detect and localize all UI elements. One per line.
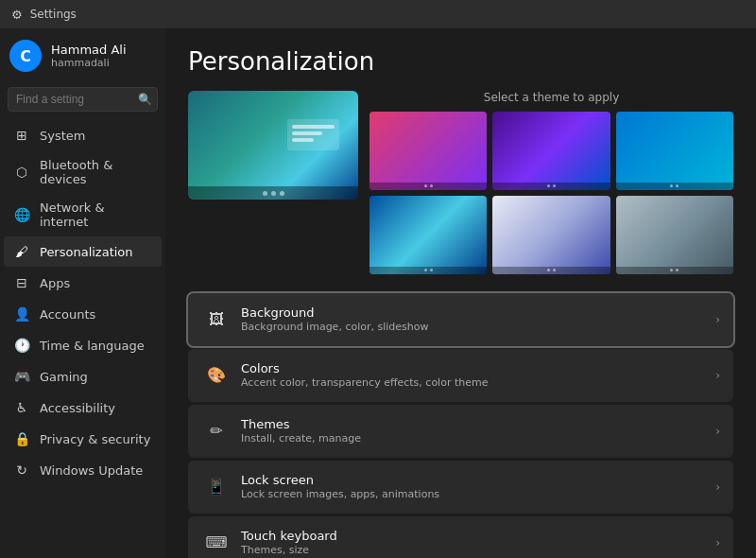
background-title: Background: [241, 305, 715, 320]
background-desc: Background image, color, slideshow: [241, 321, 715, 333]
preview-taskbar: [188, 186, 358, 200]
touchkeyboard-desc: Themes, size: [241, 544, 715, 556]
themes-desc: Install, create, manage: [241, 432, 715, 445]
colors-title: Colors: [241, 361, 715, 375]
sidebar-item-network[interactable]: 🌐 Network & internet: [4, 194, 162, 235]
settings-icon: ⚙: [11, 8, 23, 22]
touchkeyboard-title: Touch keyboard: [241, 529, 715, 543]
touchkeyboard-chevron: ›: [715, 536, 720, 549]
network-icon: 🌐: [13, 206, 30, 223]
preview-line-2: [292, 131, 322, 135]
settings-item-background[interactable]: 🖼 Background Background image, color, sl…: [188, 293, 733, 346]
preview-window: [287, 119, 339, 150]
bluetooth-icon: ⬡: [13, 164, 30, 181]
colors-desc: Accent color, transparency effects, colo…: [241, 376, 715, 389]
colors-icon: 🎨: [201, 360, 232, 391]
theme-thumb-t1[interactable]: [369, 112, 487, 190]
theme-section: Select a theme to apply: [188, 91, 733, 274]
background-icon: 🖼: [201, 305, 232, 335]
theme-thumb-t4[interactable]: [369, 196, 487, 274]
theme-grid-section: Select a theme to apply: [369, 91, 733, 274]
sidebar-item-label-gaming: Gaming: [40, 370, 88, 384]
theme-label: Select a theme to apply: [369, 91, 733, 104]
theme-grid: [369, 112, 733, 274]
lockscreen-desc: Lock screen images, apps, animations: [241, 488, 715, 500]
title-bar: ⚙ Settings: [0, 0, 756, 28]
apps-icon: ⊟: [13, 274, 30, 291]
system-icon: ⊞: [13, 127, 30, 144]
sidebar-item-update[interactable]: ↻ Windows Update: [4, 455, 162, 485]
lockscreen-text: Lock screen Lock screen images, apps, an…: [241, 473, 715, 500]
preview-line-1: [292, 125, 335, 129]
time-icon: 🕐: [13, 337, 30, 354]
settings-item-lockscreen[interactable]: 📱 Lock screen Lock screen images, apps, …: [188, 461, 733, 514]
nav-list: ⊞ System ⬡ Bluetooth & devices 🌐 Network…: [0, 119, 165, 486]
touchkeyboard-icon: ⌨: [201, 528, 232, 558]
theme-thumb-t6[interactable]: [616, 196, 733, 274]
preview-line-3: [292, 138, 314, 142]
themes-icon: ✏: [201, 416, 232, 446]
current-theme-preview: [188, 91, 358, 200]
sidebar-item-accessibility[interactable]: ♿ Accessibility: [4, 392, 162, 423]
accessibility-icon: ♿: [13, 399, 30, 416]
sidebar-item-label-privacy: Privacy & security: [40, 432, 150, 446]
title-bar-text: Settings: [30, 8, 77, 21]
settings-item-touchkeyboard[interactable]: ⌨ Touch keyboard Themes, size ›: [188, 516, 733, 558]
sidebar-item-apps[interactable]: ⊟ Apps: [4, 268, 162, 298]
sidebar-item-label-personalization: Personalization: [40, 245, 133, 259]
content-area: Personalization Select a theme to apply: [165, 28, 756, 558]
user-name: Hammad Ali: [51, 43, 127, 57]
user-profile[interactable]: C Hammad Ali hammadali: [0, 28, 165, 83]
lockscreen-title: Lock screen: [241, 473, 715, 487]
sidebar-item-label-apps: Apps: [40, 276, 70, 290]
sidebar-item-label-accounts: Accounts: [40, 307, 95, 322]
colors-chevron: ›: [715, 369, 720, 382]
taskbar-dot-1: [263, 191, 267, 196]
taskbar-dot-2: [271, 191, 276, 196]
settings-item-colors[interactable]: 🎨 Colors Accent color, transparency effe…: [188, 349, 733, 402]
themes-chevron: ›: [715, 425, 720, 438]
sidebar-item-label-bluetooth: Bluetooth & devices: [40, 158, 152, 186]
sidebar: C Hammad Ali hammadali 🔍 ⊞ System ⬡ Blue…: [0, 28, 165, 558]
sidebar-item-system[interactable]: ⊞ System: [4, 120, 162, 150]
search-input[interactable]: [8, 87, 158, 112]
search-box: 🔍: [8, 87, 158, 112]
page-title: Personalization: [188, 47, 733, 76]
user-handle: hammadali: [51, 57, 127, 69]
sidebar-item-bluetooth[interactable]: ⬡ Bluetooth & devices: [4, 151, 162, 193]
theme-thumb-t2[interactable]: [492, 112, 610, 190]
sidebar-item-personalization[interactable]: 🖌 Personalization: [4, 236, 162, 267]
sidebar-item-gaming[interactable]: 🎮 Gaming: [4, 361, 162, 392]
touchkeyboard-text: Touch keyboard Themes, size: [241, 529, 715, 556]
taskbar-dot-3: [280, 191, 284, 196]
lockscreen-icon: 📱: [201, 472, 232, 502]
themes-title: Themes: [241, 417, 715, 431]
sidebar-item-label-system: System: [40, 129, 85, 143]
sidebar-item-label-time: Time & language: [40, 339, 145, 353]
sidebar-item-time[interactable]: 🕐 Time & language: [4, 330, 162, 360]
background-chevron: ›: [715, 313, 720, 326]
gaming-icon: 🎮: [13, 368, 30, 385]
theme-thumb-t3[interactable]: [616, 112, 733, 190]
theme-thumb-t5[interactable]: [492, 196, 610, 274]
background-text: Background Background image, color, slid…: [241, 305, 715, 333]
settings-list: 🖼 Background Background image, color, sl…: [188, 293, 733, 558]
sidebar-item-label-accessibility: Accessibility: [40, 401, 115, 415]
accounts-icon: 👤: [13, 305, 30, 323]
settings-item-themes[interactable]: ✏ Themes Install, create, manage ›: [188, 405, 733, 458]
avatar: C: [9, 40, 42, 72]
privacy-icon: 🔒: [13, 430, 30, 447]
sidebar-item-accounts[interactable]: 👤 Accounts: [4, 299, 162, 329]
update-icon: ↻: [13, 462, 30, 479]
themes-text: Themes Install, create, manage: [241, 417, 715, 445]
sidebar-item-label-network: Network & internet: [40, 201, 152, 229]
search-icon: 🔍: [138, 93, 152, 106]
lockscreen-chevron: ›: [715, 480, 720, 494]
colors-text: Colors Accent color, transparency effect…: [241, 361, 715, 389]
sidebar-item-privacy[interactable]: 🔒 Privacy & security: [4, 424, 162, 454]
user-info: Hammad Ali hammadali: [51, 43, 127, 69]
personalization-icon: 🖌: [13, 243, 30, 260]
sidebar-item-label-update: Windows Update: [40, 463, 143, 478]
